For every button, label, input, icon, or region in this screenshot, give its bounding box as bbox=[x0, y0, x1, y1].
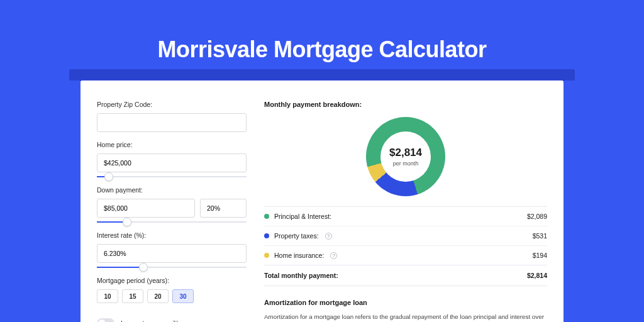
breakdown-row-label: Property taxes: bbox=[274, 232, 319, 240]
home-price-input[interactable] bbox=[97, 153, 247, 172]
page-title: Morrisvale Mortgage Calculator bbox=[0, 0, 644, 63]
veteran-toggle[interactable] bbox=[97, 318, 114, 322]
breakdown-row: Home insurance:?$194 bbox=[264, 245, 547, 265]
period-option-10[interactable]: 10 bbox=[97, 289, 118, 303]
breakdown-row: Property taxes:?$531 bbox=[264, 226, 547, 245]
interest-rate-input[interactable] bbox=[97, 244, 247, 263]
calculator-card: Property Zip Code: Home price: Down paym… bbox=[80, 80, 564, 322]
payment-donut-chart: $2,814 per month bbox=[366, 117, 445, 196]
down-payment-slider[interactable] bbox=[97, 221, 247, 223]
zip-label: Property Zip Code: bbox=[97, 101, 247, 108]
breakdown-row-label: Principal & Interest: bbox=[274, 213, 331, 220]
info-icon[interactable]: ? bbox=[330, 252, 337, 259]
home-price-label: Home price: bbox=[97, 141, 247, 148]
down-payment-amount-input[interactable] bbox=[97, 199, 195, 218]
period-option-15[interactable]: 15 bbox=[122, 289, 143, 303]
period-option-30[interactable]: 30 bbox=[172, 289, 194, 303]
legend-dot bbox=[264, 253, 269, 258]
mortgage-period-group: 10 15 20 30 bbox=[97, 289, 247, 303]
breakdown-rows: Principal & Interest:$2,089Property taxe… bbox=[264, 206, 547, 265]
breakdown-row-value: $531 bbox=[533, 232, 547, 240]
donut-center: $2,814 per month bbox=[380, 131, 431, 182]
period-option-20[interactable]: 20 bbox=[147, 289, 169, 303]
legend-dot bbox=[264, 233, 269, 238]
donut-amount: $2,814 bbox=[389, 147, 422, 159]
breakdown-total-label: Total monthly payment: bbox=[264, 272, 338, 279]
breakdown-row-value: $2,089 bbox=[527, 213, 547, 220]
down-payment-slider-thumb[interactable] bbox=[123, 218, 131, 226]
interest-rate-label: Interest rate (%): bbox=[97, 231, 247, 239]
info-icon[interactable]: ? bbox=[325, 233, 332, 240]
interest-rate-slider-thumb[interactable] bbox=[139, 263, 148, 272]
interest-rate-slider[interactable] bbox=[97, 267, 247, 268]
donut-sublabel: per month bbox=[393, 160, 419, 167]
home-price-slider[interactable] bbox=[97, 176, 247, 177]
legend-dot bbox=[264, 214, 269, 219]
breakdown-row-label: Home insurance: bbox=[274, 252, 324, 259]
amortization-title: Amortization for mortgage loan bbox=[264, 299, 547, 306]
home-price-slider-thumb[interactable] bbox=[104, 172, 113, 181]
breakdown-row-value: $194 bbox=[533, 252, 547, 259]
veteran-label: I am veteran or military bbox=[121, 319, 188, 322]
down-payment-percent-input[interactable] bbox=[200, 199, 247, 218]
form-panel: Property Zip Code: Home price: Down paym… bbox=[97, 94, 247, 322]
zip-input[interactable] bbox=[97, 113, 247, 132]
amortization-body: Amortization for a mortgage loan refers … bbox=[264, 313, 547, 322]
breakdown-row: Principal & Interest:$2,089 bbox=[264, 206, 547, 226]
page: Morrisvale Mortgage Calculator Property … bbox=[0, 0, 644, 322]
mortgage-period-label: Mortgage period (years): bbox=[97, 277, 247, 284]
breakdown-total-row: Total monthly payment: $2,814 bbox=[264, 265, 547, 286]
breakdown-panel: Monthly payment breakdown: $2,814 per mo… bbox=[264, 94, 547, 322]
card-top-band bbox=[69, 69, 575, 80]
breakdown-title: Monthly payment breakdown: bbox=[264, 101, 547, 108]
breakdown-total-value: $2,814 bbox=[527, 272, 547, 279]
down-payment-label: Down payment: bbox=[97, 186, 247, 194]
